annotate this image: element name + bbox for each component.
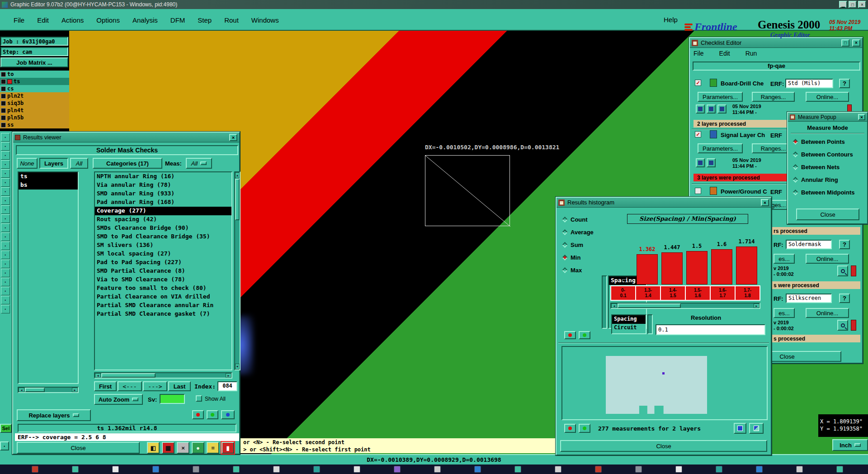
rv-category-item[interactable]: Pad to Pad Spacing (227) [95, 258, 231, 267]
taskbar-app-icon[interactable] [716, 466, 722, 473]
histogram-mode-listbox[interactable]: SpacingCircuit [611, 314, 646, 334]
checklist-item-1-erf-value[interactable]: Std (Mils) [785, 79, 833, 88]
checklist-item-4-zoom-button[interactable] [837, 265, 848, 276]
layer-visibility-icon[interactable] [1, 108, 6, 113]
layer-visibility-icon[interactable] [1, 115, 6, 120]
menu-options[interactable]: Options [96, 16, 120, 24]
checklist-item-1-parameters-button[interactable]: Parameters... [698, 92, 743, 102]
rv-category-hscrollbar[interactable]: ◄ ► [94, 372, 232, 379]
layer-row-ts[interactable]: ts [0, 78, 69, 85]
checklist-item-4-online-button[interactable]: Online... [806, 254, 849, 264]
scroll-thumb[interactable] [101, 373, 156, 378]
scroll-right-icon[interactable]: ► [754, 303, 760, 308]
histogram-close-icon[interactable]: × [761, 199, 769, 206]
scroll-thumb[interactable] [618, 303, 681, 308]
swap-display-icon[interactable]: ◧ [147, 442, 160, 454]
side-tool-icon[interactable]: ▪ [1, 269, 10, 277]
layer-row-ss[interactable]: ss [0, 121, 69, 128]
corner-tool-icon[interactable]: ▪ [0, 441, 9, 450]
layer-row-pln5b[interactable]: pln5b [0, 114, 69, 121]
side-tool-icon[interactable]: ▪ [1, 242, 10, 250]
checklist-item-4-ranges-button[interactable]: es... [774, 254, 795, 264]
hist-metric-max[interactable]: Max [563, 264, 594, 276]
scroll-left-icon[interactable]: ◄ [611, 303, 617, 308]
layer-row-pln2t[interactable]: pln2t [0, 92, 69, 100]
measure-mode-between-nets[interactable]: Between Nets [793, 161, 854, 173]
side-tool-icon[interactable]: ▪ [1, 223, 10, 232]
scroll-thumb[interactable] [25, 388, 45, 392]
histogram-close-button[interactable]: Close [560, 440, 767, 452]
taskbar-app-icon[interactable] [474, 466, 481, 473]
menu-rout[interactable]: Rout [224, 16, 239, 24]
taskbar-app-icon[interactable] [394, 466, 401, 473]
rv-category-item[interactable]: SMDs Clearance Bridge (90) [95, 224, 231, 232]
rv-category-item[interactable]: SM local spacing (27) [95, 250, 231, 258]
os-taskbar[interactable] [0, 465, 868, 474]
rv-category-item[interactable]: Partial SMD Clearance gasket (7) [95, 310, 231, 318]
histogram-tool-icon[interactable]: ▮ [222, 442, 234, 454]
rv-category-item[interactable]: Feature too small to check (80) [95, 284, 231, 293]
results-viewer-close-icon[interactable]: × [229, 134, 237, 141]
sv-color-swatch[interactable] [160, 394, 185, 404]
checklist-menu-file[interactable]: File [693, 50, 704, 57]
checklist-item-1-online-button[interactable]: Online... [806, 92, 849, 102]
nav-next-button[interactable]: ---> [143, 381, 167, 391]
hist-metric-average[interactable]: Average [563, 226, 594, 238]
menu-dfm[interactable]: DFM [170, 16, 185, 24]
green-marker-icon[interactable]: ● [192, 442, 204, 454]
rv-category-item[interactable]: SM slivers (136) [95, 241, 231, 250]
side-tool-icon[interactable]: ▪ [1, 187, 10, 196]
index-input[interactable]: 084 [217, 381, 237, 391]
rv-category-item[interactable]: Via annular Ring (78) [95, 181, 231, 190]
hist-metric-sum[interactable]: Sum [563, 238, 594, 251]
layer-row-to[interactable]: to [0, 71, 69, 78]
rv-category-vscrollbar[interactable]: ▲ ▼ [234, 171, 241, 370]
undo-button[interactable] [221, 410, 235, 419]
categories-button[interactable]: Categories (17) [93, 158, 162, 169]
taskbar-app-icon[interactable] [514, 466, 521, 473]
measure-popup-titlebar[interactable]: ▤ Measure Popup × [788, 113, 867, 122]
side-tool-icon[interactable]: ▪ [1, 160, 10, 169]
side-tool-icon[interactable]: ▪ [1, 169, 10, 178]
menu-step[interactable]: Step [198, 16, 212, 24]
rv-category-item[interactable]: Via to SMD Clearance (78) [95, 275, 231, 284]
checklist-close-icon[interactable]: × [852, 39, 860, 47]
checklist-item-5-ranges-button[interactable]: es... [774, 308, 795, 318]
side-tool-icon[interactable]: ▪ [1, 205, 10, 214]
taskbar-app-icon[interactable] [72, 466, 79, 473]
rv-category-item[interactable]: SMD Partial Clearance (8) [95, 267, 231, 275]
resolution-value-box[interactable]: 0.1 [656, 324, 765, 335]
measure-mode-annular-ring[interactable]: Annular Ring [793, 173, 854, 186]
rv-category-item[interactable]: Partial SMD Clearance annular Rin [95, 301, 231, 310]
measure-mode-between-points[interactable]: Between Points [793, 135, 854, 148]
taskbar-app-icon[interactable] [756, 466, 763, 473]
scroll-down-icon[interactable]: ▼ [235, 364, 240, 370]
side-tool-icon[interactable]: ▪ [1, 251, 10, 259]
filter-all-button[interactable]: All [70, 158, 88, 169]
checklist-item-4-erf-value[interactable]: Soldermask [786, 240, 832, 249]
measure-popup-close-icon[interactable]: × [858, 114, 865, 120]
del-button[interactable] [564, 424, 576, 433]
side-tool-icon[interactable]: ▪ [1, 151, 10, 160]
layer-visibility-icon[interactable] [1, 123, 6, 128]
menu-help[interactable]: Help [664, 16, 678, 24]
checklist-item-1-help-button[interactable]: ? [839, 79, 850, 88]
layer-visibility-icon[interactable] [1, 79, 6, 84]
checklist-item-3-label[interactable]: Power/Ground C [721, 188, 767, 195]
histogram-hscrollbar[interactable]: ◄ ► [610, 303, 760, 309]
taskbar-app-icon[interactable] [112, 466, 119, 473]
rv-category-listbox[interactable]: NPTH annular Ring (16)Via annular Ring (… [94, 171, 232, 370]
checklist-item-4-help-button[interactable]: ? [839, 240, 850, 249]
results-viewer-titlebar[interactable]: Results viewer × [13, 133, 239, 142]
menu-analysis[interactable]: Analysis [132, 16, 158, 24]
select-mode-button[interactable]: Sel [0, 424, 12, 433]
menu-windows[interactable]: Windows [251, 16, 279, 24]
taskbar-app-icon[interactable] [193, 466, 199, 473]
measure-mode-between-midpoints[interactable]: Between Midpoints [793, 186, 854, 199]
checklist-item-1-ranges-button[interactable]: Ranges... [752, 92, 795, 102]
results-viewer-close-button[interactable]: Close [17, 442, 140, 454]
taskbar-app-icon[interactable] [836, 466, 843, 473]
layer-visibility-icon[interactable] [1, 101, 6, 106]
side-tool-icon[interactable]: ▪ [1, 133, 10, 142]
checklist-menu-run[interactable]: Run [745, 50, 757, 57]
